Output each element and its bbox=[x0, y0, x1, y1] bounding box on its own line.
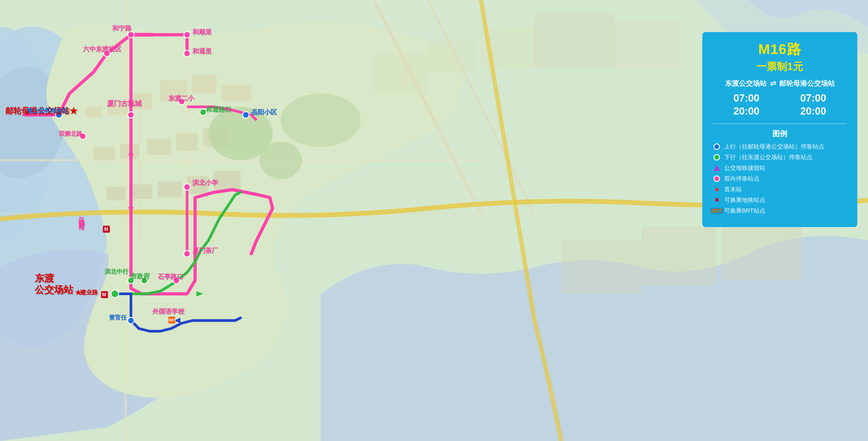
svg-point-52 bbox=[80, 133, 86, 139]
svg-text:★: ★ bbox=[24, 108, 31, 117]
blue-dot-icon bbox=[714, 144, 720, 150]
legend-item-6: ✖ 可换乘地铁站点 bbox=[713, 196, 847, 204]
pink-dot-icon bbox=[714, 176, 720, 182]
svg-point-43 bbox=[184, 32, 190, 38]
svg-rect-16 bbox=[147, 139, 171, 155]
legend-text-7: 可换乘BRT站点 bbox=[724, 207, 765, 215]
svg-point-51 bbox=[56, 112, 62, 118]
legend-text-1: 上行（往邮轮母港公交场站）停靠站点 bbox=[724, 143, 824, 151]
svg-text:★: ★ bbox=[75, 288, 82, 297]
svg-rect-13 bbox=[222, 86, 251, 101]
svg-rect-10 bbox=[134, 93, 152, 109]
svg-point-62 bbox=[128, 317, 134, 324]
svg-point-47 bbox=[200, 109, 206, 116]
legend-icon-6: ✖ bbox=[713, 196, 720, 204]
svg-rect-32 bbox=[561, 241, 641, 294]
svg-text:M: M bbox=[102, 292, 106, 297]
legend-item-2: 下行（往东渡公交场站）停靠站点 bbox=[713, 153, 847, 161]
svg-text:BRT: BRT bbox=[169, 318, 177, 322]
legend-icon-4 bbox=[713, 175, 720, 183]
svg-point-63 bbox=[111, 290, 119, 297]
legend-item-5: ★ 首末站 bbox=[713, 185, 847, 193]
legend-title: 图例 bbox=[713, 129, 847, 139]
info-panel: M16路 一票制1元 东渡公交场站 ⇌ 邮轮母港公交场站 07:00 20:00… bbox=[702, 32, 857, 227]
panel-times: 07:00 20:00 07:00 20:00 bbox=[713, 92, 847, 117]
legend-icon-2 bbox=[713, 154, 720, 161]
svg-point-46 bbox=[179, 98, 185, 105]
legend-text-4: 双向停靠站点 bbox=[724, 175, 760, 183]
legend-item-4: 双向停靠站点 bbox=[713, 175, 847, 183]
svg-rect-28 bbox=[428, 40, 476, 72]
legend-item-1: 上行（往邮轮母港公交场站）停靠站点 bbox=[713, 143, 847, 151]
svg-rect-9 bbox=[107, 101, 128, 115]
legend-icon-7: BRT bbox=[713, 207, 720, 215]
legend-item-7: BRT 可换乘BRT站点 bbox=[713, 207, 847, 215]
svg-point-50 bbox=[184, 251, 190, 257]
legend-icon-3 bbox=[713, 164, 720, 172]
svg-point-48 bbox=[243, 112, 249, 118]
purple-triangle-icon bbox=[714, 165, 720, 171]
svg-rect-12 bbox=[192, 75, 216, 93]
red-star-icon: ★ bbox=[714, 185, 720, 194]
svg-rect-22 bbox=[187, 176, 209, 194]
legend-icon-5: ★ bbox=[713, 186, 720, 193]
svg-rect-19 bbox=[107, 187, 126, 200]
svg-text:M: M bbox=[104, 226, 108, 232]
time-to-col: 07:00 20:00 bbox=[800, 92, 826, 117]
time-from-col: 07:00 20:00 bbox=[733, 92, 759, 117]
svg-point-55 bbox=[141, 277, 148, 284]
time-to-end: 20:00 bbox=[800, 105, 826, 117]
legend-text-2: 下行（往东渡公交场站）停靠站点 bbox=[724, 153, 812, 161]
svg-rect-14 bbox=[94, 147, 115, 160]
svg-rect-31 bbox=[615, 21, 681, 69]
route-from: 东渡公交场站 bbox=[725, 79, 767, 88]
route-to: 邮轮母港公交场站 bbox=[779, 79, 835, 88]
svg-point-26 bbox=[281, 93, 361, 147]
legend-text-5: 首末站 bbox=[724, 185, 742, 193]
legend-text-3: 公交地铁接驳站 bbox=[724, 164, 765, 172]
svg-point-25 bbox=[259, 141, 302, 179]
time-to-start: 07:00 bbox=[800, 92, 826, 104]
svg-point-42 bbox=[104, 50, 110, 57]
svg-rect-20 bbox=[131, 184, 152, 199]
panel-divider bbox=[713, 123, 847, 124]
svg-rect-21 bbox=[158, 182, 182, 198]
svg-point-49 bbox=[184, 184, 190, 190]
metro-icon: ✖ bbox=[715, 197, 719, 203]
brt-icon: BRT bbox=[710, 208, 723, 214]
panel-route-info: 东渡公交场站 ⇌ 邮轮母港公交场站 bbox=[713, 79, 847, 88]
time-from-start: 07:00 bbox=[733, 92, 759, 104]
svg-rect-23 bbox=[214, 171, 241, 190]
svg-point-44 bbox=[184, 50, 190, 57]
legend-text-6: 可换乘地铁站点 bbox=[724, 196, 765, 204]
svg-point-41 bbox=[128, 32, 134, 38]
green-dot-icon bbox=[714, 154, 720, 161]
legend-item-3: 公交地铁接驳站 bbox=[713, 164, 847, 172]
svg-point-59 bbox=[173, 277, 180, 284]
panel-route-number: M16路 bbox=[713, 40, 847, 59]
svg-rect-17 bbox=[176, 133, 198, 151]
legend-icon-1 bbox=[713, 143, 720, 150]
svg-rect-8 bbox=[86, 107, 101, 118]
panel-fare: 一票制1元 bbox=[713, 60, 847, 73]
svg-point-45 bbox=[128, 112, 134, 118]
svg-rect-33 bbox=[641, 227, 716, 286]
time-from-end: 20:00 bbox=[733, 105, 759, 117]
svg-rect-30 bbox=[534, 13, 615, 67]
route-arrow: ⇌ bbox=[770, 79, 776, 88]
svg-point-56 bbox=[128, 277, 134, 284]
